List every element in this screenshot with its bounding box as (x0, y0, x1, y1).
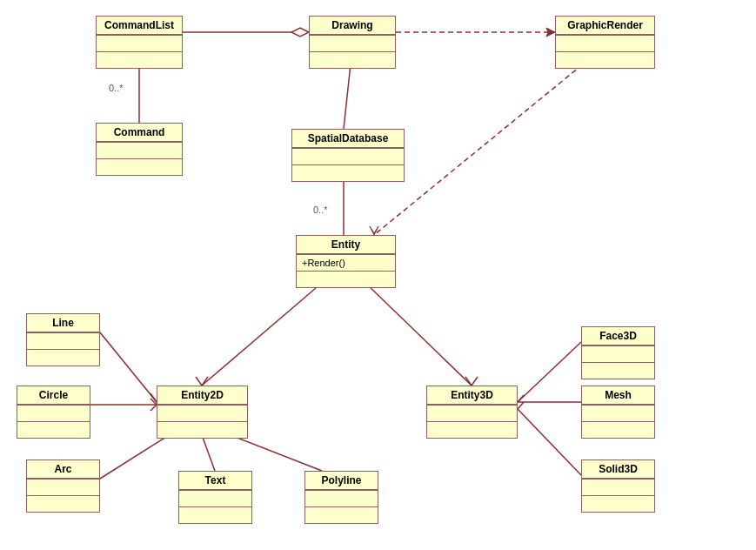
class-line: Line (26, 313, 100, 366)
entity2d-section2 (157, 421, 247, 438)
multiplicity-0-star: 0..* (109, 83, 124, 93)
svg-marker-10 (370, 226, 378, 235)
polyline-title: Polyline (305, 472, 378, 490)
entity2d-section1 (157, 405, 247, 421)
text-section1 (179, 490, 251, 506)
solid3d-section1 (582, 479, 654, 495)
arc-section2 (27, 495, 99, 512)
graphicrender-title: GraphicRender (556, 17, 654, 35)
class-text: Text (178, 471, 252, 524)
arc-title: Arc (27, 460, 99, 479)
circle-title: Circle (17, 386, 90, 405)
drawing-section2 (310, 51, 395, 68)
entity-section2 (297, 271, 395, 287)
line-section2 (27, 349, 99, 366)
command-section2 (97, 158, 182, 175)
class-commandlist: CommandList (96, 16, 183, 69)
svg-line-9 (374, 48, 603, 235)
circle-section2 (17, 421, 90, 438)
commandlist-section2 (97, 51, 182, 68)
graphicrender-section1 (556, 35, 654, 51)
commandlist-section1 (97, 35, 182, 51)
class-entity: Entity +Render() (296, 235, 396, 288)
entity3d-section2 (427, 421, 517, 438)
entity-render: +Render() (297, 254, 395, 271)
class-drawing: Drawing (309, 16, 396, 69)
face3d-section1 (582, 345, 654, 362)
spatialdatabase-section2 (292, 164, 404, 181)
svg-line-16 (202, 435, 215, 471)
class-face3d: Face3D (581, 326, 655, 379)
class-entity3d: Entity3D (426, 386, 518, 439)
commandlist-title: CommandList (97, 17, 182, 35)
text-section2 (179, 506, 251, 523)
svg-marker-3 (546, 28, 555, 37)
svg-line-13 (100, 332, 157, 402)
text-title: Text (179, 472, 251, 490)
uml-diagram: 0..* 0..* CommandList Drawing GraphicRen… (0, 0, 756, 550)
spatialdatabase-section1 (292, 148, 404, 164)
mesh-title: Mesh (582, 386, 654, 405)
line-section1 (27, 332, 99, 349)
graphicrender-section2 (556, 51, 654, 68)
class-solid3d: Solid3D (581, 459, 655, 513)
class-polyline: Polyline (304, 471, 378, 524)
command-title: Command (97, 124, 182, 142)
entity2d-title: Entity2D (157, 386, 247, 405)
spatialdatabase-title: SpatialDatabase (292, 130, 404, 148)
class-circle: Circle (17, 386, 90, 439)
line-title: Line (27, 314, 99, 332)
svg-line-12 (365, 283, 472, 386)
class-entity2d: Entity2D (157, 386, 248, 439)
svg-marker-1 (291, 28, 309, 37)
entity3d-title: Entity3D (427, 386, 517, 405)
multiplicity-entity-0-star: 0..* (313, 205, 328, 215)
class-mesh: Mesh (581, 386, 655, 439)
mesh-section2 (582, 421, 654, 438)
face3d-section2 (582, 362, 654, 379)
polyline-section1 (305, 490, 378, 506)
entity-title: Entity (297, 236, 395, 254)
class-arc: Arc (26, 459, 100, 513)
circle-section1 (17, 405, 90, 421)
solid3d-section2 (582, 495, 654, 512)
class-graphicrender: GraphicRender (555, 16, 655, 69)
class-command: Command (96, 123, 183, 176)
drawing-section1 (310, 35, 395, 51)
drawing-title: Drawing (310, 17, 395, 35)
polyline-section2 (305, 506, 378, 523)
svg-line-11 (202, 283, 322, 386)
face3d-title: Face3D (582, 327, 654, 345)
svg-line-20 (518, 409, 581, 475)
svg-line-18 (518, 342, 581, 402)
svg-line-17 (231, 435, 322, 471)
arc-section1 (27, 479, 99, 495)
entity3d-section1 (427, 405, 517, 421)
mesh-section1 (582, 405, 654, 421)
class-spatialdatabase: SpatialDatabase (291, 129, 405, 182)
command-section1 (97, 142, 182, 158)
solid3d-title: Solid3D (582, 460, 654, 479)
